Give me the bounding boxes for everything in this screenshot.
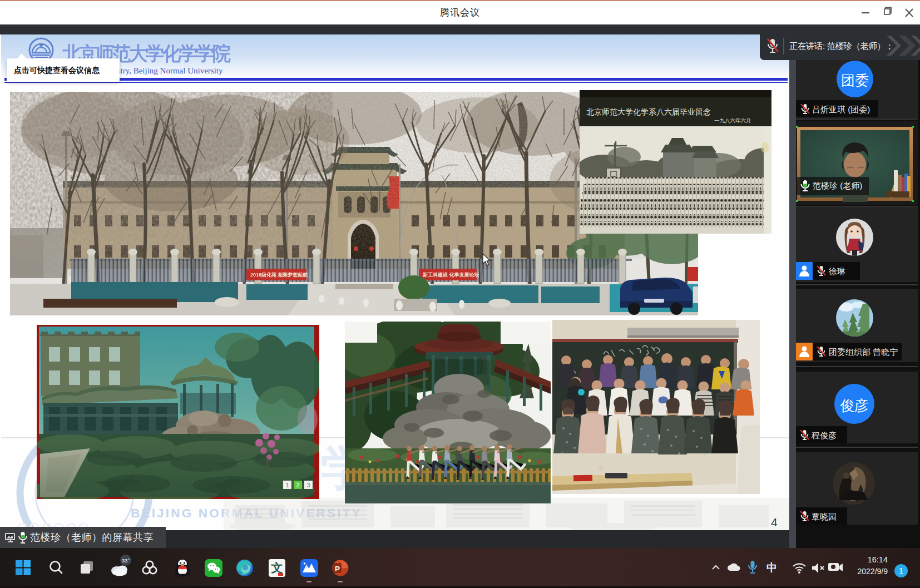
svg-text:2016级化苑 相聚梦想起航: 2016级化苑 相聚梦想起航 [250,272,309,278]
svg-text:4: 4 [771,516,778,528]
svg-text:P: P [335,565,340,573]
svg-text:1: 1 [285,482,289,488]
svg-text:新工科建设 化学发展论坛: 新工科建设 化学发展论坛 [422,272,479,278]
svg-text:范楼珍 (老师): 范楼珍 (老师) [813,181,862,190]
svg-text:33°: 33° [122,557,130,564]
svg-text:文: 文 [271,561,283,574]
svg-text:一九八六年六月: 一九八六年六月 [714,117,751,124]
svg-text:北京师范大学化学系八六届毕业留念: 北京师范大学化学系八六届毕业留念 [586,107,711,116]
svg-text:3: 3 [306,482,310,488]
svg-text:2: 2 [296,482,299,488]
